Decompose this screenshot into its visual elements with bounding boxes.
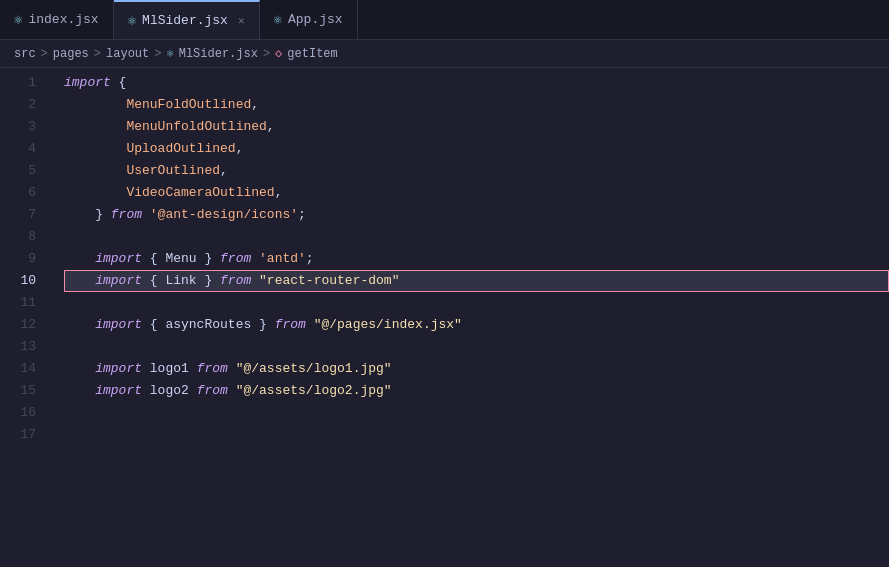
- keyword: from: [197, 358, 228, 380]
- keyword: import: [64, 270, 142, 292]
- line-num-7: 7: [0, 204, 48, 226]
- keyword: from: [275, 314, 306, 336]
- code-line: [64, 226, 889, 248]
- string: "@/assets/logo1.jpg": [228, 358, 392, 380]
- react-file-icon: ⚛: [166, 46, 173, 61]
- line-num-17: 17: [0, 424, 48, 446]
- code-line: import {: [64, 72, 889, 94]
- line-num-8: 8: [0, 226, 48, 248]
- code-line: MenuFoldOutlined,: [64, 94, 889, 116]
- punctuation: ,: [251, 94, 259, 116]
- breadcrumb-func: getItem: [287, 47, 337, 61]
- line-num-2: 2: [0, 94, 48, 116]
- close-icon[interactable]: ✕: [238, 14, 245, 27]
- punctuation: {: [111, 72, 127, 94]
- string: "@/assets/logo2.jpg": [228, 380, 392, 402]
- tab-mlsider[interactable]: ⚛ MlSider.jsx ✕: [114, 0, 260, 39]
- keyword: from: [220, 270, 251, 292]
- code-line: VideoCameraOutlined,: [64, 182, 889, 204]
- sep: >: [263, 47, 270, 61]
- punctuation: ,: [275, 182, 283, 204]
- line-num-3: 3: [0, 116, 48, 138]
- code-line: import logo1 from "@/assets/logo1.jpg": [64, 358, 889, 380]
- sep: >: [41, 47, 48, 61]
- react-icon: ⚛: [274, 11, 282, 28]
- code-content[interactable]: import { MenuFoldOutlined, MenuUnfoldOut…: [48, 68, 889, 564]
- line-num-6: 6: [0, 182, 48, 204]
- keyword: import: [64, 358, 142, 380]
- punctuation: }: [64, 204, 111, 226]
- string: '@ant-design/icons': [142, 204, 298, 226]
- identifier: VideoCameraOutlined: [64, 182, 275, 204]
- keyword: import: [64, 248, 142, 270]
- line-num-15: 15: [0, 380, 48, 402]
- line-numbers: 1 2 3 4 5 6 7 8 9 10 11 12 13 14 15 16 1…: [0, 68, 48, 564]
- line-num-1: 1: [0, 72, 48, 94]
- tab-app[interactable]: ⚛ App.jsx: [260, 0, 358, 39]
- punctuation: logo2: [142, 380, 197, 402]
- breadcrumb-pages: pages: [53, 47, 89, 61]
- line-num-10: 10: [0, 270, 48, 292]
- keyword: from: [220, 248, 251, 270]
- code-line: [64, 402, 889, 424]
- punctuation: { Link }: [142, 270, 220, 292]
- line-num-4: 4: [0, 138, 48, 160]
- code-line: import logo2 from "@/assets/logo2.jpg": [64, 380, 889, 402]
- punctuation: { asyncRoutes }: [142, 314, 275, 336]
- punctuation: ,: [236, 138, 244, 160]
- code-line: } from '@ant-design/icons';: [64, 204, 889, 226]
- line-num-16: 16: [0, 402, 48, 424]
- punctuation: ,: [220, 160, 228, 182]
- code-line: [64, 292, 889, 314]
- tab-bar: ⚛ index.jsx ⚛ MlSider.jsx ✕ ⚛ App.jsx: [0, 0, 889, 40]
- breadcrumb: src > pages > layout > ⚛ MlSider.jsx > ◇…: [0, 40, 889, 68]
- breadcrumb-src: src: [14, 47, 36, 61]
- identifier: MenuUnfoldOutlined: [64, 116, 267, 138]
- string: "@/pages/index.jsx": [306, 314, 462, 336]
- code-line: [64, 424, 889, 446]
- keyword: import: [64, 314, 142, 336]
- code-line: import { asyncRoutes } from "@/pages/ind…: [64, 314, 889, 336]
- punctuation: ;: [298, 204, 306, 226]
- identifier: UserOutlined: [64, 160, 220, 182]
- punctuation: logo1: [142, 358, 197, 380]
- code-line-highlighted: import { Link } from "react-router-dom": [64, 270, 889, 292]
- tab-mlsider-label: MlSider.jsx: [142, 13, 228, 28]
- string: "react-router-dom": [251, 270, 399, 292]
- tab-index-label: index.jsx: [28, 12, 98, 27]
- punctuation: { Menu }: [142, 248, 220, 270]
- keyword: from: [197, 380, 228, 402]
- func-icon: ◇: [275, 46, 282, 61]
- sep: >: [94, 47, 101, 61]
- line-num-13: 13: [0, 336, 48, 358]
- line-num-14: 14: [0, 358, 48, 380]
- string: 'antd': [251, 248, 306, 270]
- react-icon: ⚛: [128, 12, 136, 29]
- keyword: import: [64, 72, 111, 94]
- tab-app-label: App.jsx: [288, 12, 343, 27]
- identifier: MenuFoldOutlined: [64, 94, 251, 116]
- breadcrumb-layout: layout: [106, 47, 149, 61]
- keyword: import: [64, 380, 142, 402]
- keyword: from: [111, 204, 142, 226]
- code-line: UserOutlined,: [64, 160, 889, 182]
- breadcrumb-file: MlSider.jsx: [179, 47, 258, 61]
- line-num-5: 5: [0, 160, 48, 182]
- tab-index[interactable]: ⚛ index.jsx: [0, 0, 114, 39]
- punctuation: ;: [306, 248, 314, 270]
- line-num-9: 9: [0, 248, 48, 270]
- code-line: [64, 336, 889, 358]
- code-area: 1 2 3 4 5 6 7 8 9 10 11 12 13 14 15 16 1…: [0, 68, 889, 564]
- react-icon: ⚛: [14, 11, 22, 28]
- code-line: UploadOutlined,: [64, 138, 889, 160]
- sep: >: [154, 47, 161, 61]
- identifier: UploadOutlined: [64, 138, 236, 160]
- line-num-12: 12: [0, 314, 48, 336]
- code-line: import { Menu } from 'antd';: [64, 248, 889, 270]
- line-num-11: 11: [0, 292, 48, 314]
- code-line: MenuUnfoldOutlined,: [64, 116, 889, 138]
- punctuation: ,: [267, 116, 275, 138]
